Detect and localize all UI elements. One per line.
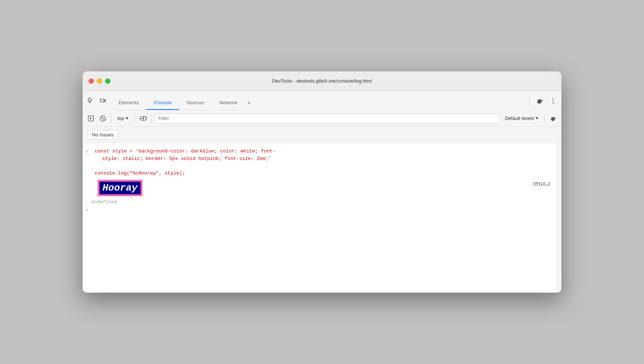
- tab-console[interactable]: Console: [146, 96, 179, 110]
- context-selector[interactable]: top: [114, 114, 132, 123]
- svg-point-7: [553, 103, 554, 104]
- devtools-window: DevTools - devtools.glitch.me/console/lo…: [83, 71, 561, 293]
- console-settings-icon[interactable]: [548, 113, 558, 124]
- traffic-lights: [89, 78, 110, 84]
- run-icon[interactable]: [86, 113, 96, 124]
- svg-marker-12: [126, 117, 129, 120]
- svg-rect-4: [104, 100, 105, 102]
- svg-point-6: [553, 101, 554, 102]
- code-line-2: style: italic; border: 5px solid hotpink…: [95, 155, 558, 163]
- code-block: const style = 'background-color: darkblu…: [95, 148, 558, 177]
- toolbar-divider-1: [111, 114, 111, 123]
- prompt-arrow: ›: [86, 208, 88, 213]
- tab-sources[interactable]: Sources: [179, 96, 212, 110]
- toolbar-divider-3: [151, 114, 152, 123]
- devtools-icons: [86, 96, 108, 110]
- tab-elements[interactable]: Elements: [111, 96, 146, 110]
- code-line-1: const style = 'background-color: darkblu…: [95, 148, 558, 155]
- console-main: › const style = 'background-color: darkb…: [83, 143, 561, 293]
- settings-icon[interactable]: [534, 96, 545, 106]
- undefined-entry: ← undefined: [83, 198, 561, 206]
- clear-messages-icon[interactable]: [98, 113, 108, 124]
- toolbar-divider-4: [545, 114, 545, 123]
- device-toolbar-icon[interactable]: [98, 96, 108, 106]
- code-entry: › const style = 'background-color: darkb…: [83, 146, 561, 178]
- return-arrow: ←: [86, 200, 88, 204]
- svg-marker-9: [90, 117, 92, 120]
- filter-input[interactable]: [155, 113, 500, 124]
- window-title: DevTools - devtools.glitch.me/console/lo…: [272, 78, 372, 84]
- log-levels-selector[interactable]: Default levels: [502, 114, 542, 123]
- divider: [530, 96, 530, 105]
- close-button[interactable]: [89, 78, 94, 84]
- svg-marker-15: [536, 117, 539, 120]
- scrollbar[interactable]: [557, 143, 561, 293]
- more-tabs-button[interactable]: »: [245, 96, 253, 110]
- toolbar-divider-2: [135, 114, 135, 123]
- console-content: › const style = 'background-color: darkb…: [83, 143, 561, 293]
- tab-bar: Elements Console Sources Network »: [83, 91, 561, 110]
- more-options-icon[interactable]: [548, 96, 558, 106]
- hooray-styled-text: Hooray: [98, 180, 142, 196]
- live-expressions-icon[interactable]: [138, 113, 148, 124]
- title-bar: DevTools - devtools.glitch.me/console/lo…: [83, 71, 561, 91]
- prompt-entry[interactable]: ›: [83, 206, 561, 215]
- issues-bar: No Issues: [83, 127, 561, 143]
- tab-bar-right: [528, 96, 558, 110]
- svg-rect-3: [100, 99, 104, 102]
- svg-line-11: [101, 117, 105, 120]
- console-toolbar: top Default levels: [83, 110, 561, 127]
- expand-arrow[interactable]: ›: [86, 148, 92, 155]
- vm-link[interactable]: VM410:3: [533, 181, 550, 186]
- undefined-text: undefined: [91, 199, 117, 205]
- svg-point-5: [553, 98, 554, 99]
- minimize-button[interactable]: [97, 78, 102, 84]
- svg-rect-0: [88, 98, 91, 101]
- svg-point-14: [142, 117, 144, 119]
- tab-network[interactable]: Network: [212, 96, 245, 110]
- hooray-output: Hooray VM410:3: [83, 178, 561, 198]
- no-issues-button[interactable]: No Issues: [87, 130, 119, 139]
- code-line-3: console.log("%cHooray", style);: [95, 170, 558, 177]
- maximize-button[interactable]: [105, 78, 110, 84]
- inspect-icon[interactable]: [86, 96, 96, 106]
